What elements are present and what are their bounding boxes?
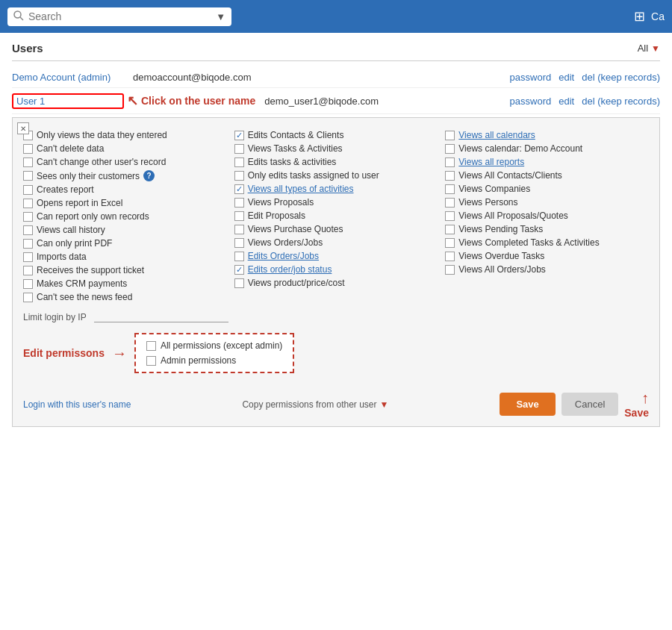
perm-checkbox[interactable] — [445, 184, 455, 194]
perm-checkbox[interactable] — [23, 293, 33, 302]
del-link-user1[interactable]: del (keep records) — [582, 96, 660, 107]
perm-checkbox[interactable] — [445, 265, 455, 275]
main-content: Users All ▼ Demo Account (admin) demoacc… — [0, 33, 672, 436]
arrow-left-icon: ↖ — [127, 93, 138, 109]
perm-checkbox[interactable]: ✓ — [234, 131, 244, 140]
del-link-demo[interactable]: del (keep records) — [582, 72, 660, 83]
perm-label: Views product/price/cost — [248, 278, 345, 288]
perm-label: Receives the support ticket — [37, 265, 144, 275]
perm-checkbox[interactable]: ✓ — [234, 184, 244, 194]
perm-item: Views call history — [23, 223, 227, 237]
panel-close-button[interactable]: ✕ — [17, 122, 29, 134]
perm-label: Can't change other user's record — [37, 157, 166, 167]
perm-checkbox[interactable] — [445, 238, 455, 248]
perm-checkbox[interactable] — [234, 225, 244, 234]
edit-link-user1[interactable]: edit — [559, 96, 574, 107]
perm-checkbox[interactable] — [234, 238, 244, 248]
perm-checkbox[interactable] — [445, 211, 455, 221]
perm-label[interactable]: Edits Orders/Jobs — [248, 251, 319, 261]
special-perm-checkbox[interactable] — [146, 341, 156, 351]
perm-label: Views All Contacts/Clients — [458, 170, 562, 181]
perm-checkbox[interactable]: ✓ — [234, 265, 244, 275]
search-dropdown-arrow[interactable]: ▼ — [216, 11, 225, 22]
user-name-demo[interactable]: Demo Account (admin) — [12, 72, 124, 83]
cancel-button[interactable]: Cancel — [561, 393, 618, 416]
perm-label: Can't see the news feed — [37, 292, 132, 302]
perm-item: Edits Orders/Jobs — [234, 249, 438, 263]
perm-checkbox[interactable] — [23, 212, 33, 222]
perm-checkbox[interactable] — [23, 252, 33, 262]
login-with-username-link[interactable]: Login with this user's name — [23, 399, 131, 410]
save-arrow-icon: ↑ — [641, 390, 649, 407]
perm-checkbox[interactable] — [445, 158, 455, 167]
filter-dropdown-arrow[interactable]: ▼ — [651, 43, 660, 54]
perm-label: Views Pending Tasks — [458, 224, 543, 234]
top-right: ⊞ Ca — [634, 8, 665, 25]
perm-checkbox[interactable] — [23, 239, 33, 249]
save-button[interactable]: Save — [500, 393, 555, 416]
special-perm-item: Admin permissions — [146, 355, 282, 366]
filter-right[interactable]: All ▼ — [638, 43, 660, 54]
copy-perm-group[interactable]: Copy permissions from other user ▼ — [242, 399, 388, 410]
perm-checkbox[interactable] — [23, 158, 33, 167]
perm-checkbox[interactable] — [234, 158, 244, 167]
special-perm-checkbox[interactable] — [146, 356, 156, 366]
perm-checkbox[interactable] — [445, 131, 455, 140]
perm-checkbox[interactable] — [23, 279, 33, 289]
search-box[interactable]: ▼ — [7, 7, 231, 26]
limit-login-label: Limit login by IP — [23, 312, 87, 322]
user-actions-user1[interactable]: password edit del (keep records) — [510, 96, 660, 107]
perm-item: Sees only their customers? — [23, 169, 227, 183]
perm-checkbox[interactable] — [445, 171, 455, 181]
perm-item: Opens report in Excel — [23, 196, 227, 210]
grid-icon[interactable]: ⊞ — [634, 8, 645, 25]
search-input[interactable] — [28, 10, 211, 22]
perm-label[interactable]: Views all calendars — [458, 130, 535, 140]
perm-label[interactable]: Edits order/job status — [248, 264, 332, 275]
perm-label: Only edits tasks assigned to user — [248, 170, 379, 181]
perm-checkbox[interactable] — [23, 199, 33, 208]
perm-checkbox[interactable] — [23, 144, 33, 154]
help-icon[interactable]: ? — [143, 170, 155, 181]
special-perms-box: All permissions (except admin)Admin perm… — [134, 333, 294, 373]
perm-checkbox[interactable] — [23, 266, 33, 275]
perm-label: Views Tasks & Activities — [248, 143, 343, 154]
perm-label: Views Purchase Quotes — [248, 224, 343, 234]
perm-checkbox[interactable] — [445, 225, 455, 234]
perm-checkbox[interactable] — [234, 171, 244, 181]
perm-checkbox[interactable] — [234, 144, 244, 154]
perm-checkbox[interactable] — [234, 198, 244, 208]
perm-checkbox[interactable] — [234, 211, 244, 221]
perm-item: Views Tasks & Activities — [234, 142, 438, 155]
perm-item: Can't see the news feed — [23, 290, 227, 304]
special-perm-item: All permissions (except admin) — [146, 340, 282, 351]
perm-label[interactable]: Views all reports — [458, 157, 524, 167]
perm-checkbox[interactable] — [23, 185, 33, 195]
password-link-user1[interactable]: password — [510, 96, 552, 107]
user-email-demo: demoaccount@biqode.com — [133, 72, 501, 83]
perm-label: Views Completed Tasks & Activities — [458, 237, 599, 248]
copy-perm-dropdown-arrow[interactable]: ▼ — [380, 399, 389, 410]
app-label: Ca — [651, 10, 665, 22]
perm-label: Imports data — [37, 252, 87, 262]
perm-checkbox[interactable] — [445, 198, 455, 208]
perm-checkbox[interactable] — [234, 252, 244, 261]
save-btn-group: Save Cancel ↑ Save — [500, 390, 649, 419]
perm-checkbox[interactable] — [445, 144, 455, 154]
perm-checkbox[interactable] — [23, 225, 33, 235]
user-actions-demo[interactable]: password edit del (keep records) — [510, 72, 660, 83]
perm-checkbox[interactable] — [23, 171, 33, 181]
limit-login-input[interactable] — [94, 311, 228, 322]
perm-label: Only views the data they entered — [37, 130, 167, 140]
permissions-col2: ✓Edits Contacts & ClientsViews Tasks & A… — [234, 128, 438, 304]
edit-link-demo[interactable]: edit — [559, 72, 574, 83]
perm-checkbox[interactable] — [445, 252, 455, 261]
perm-label[interactable]: Views all types of activities — [248, 184, 354, 194]
perm-label: Views Proposals — [248, 197, 314, 208]
perm-item: ✓Edits Contacts & Clients — [234, 128, 438, 142]
user-name-user1[interactable]: User 1 — [12, 93, 124, 109]
perm-item: Views All Orders/Jobs — [445, 263, 649, 276]
password-link-demo[interactable]: password — [510, 72, 552, 83]
perm-checkbox[interactable] — [234, 278, 244, 288]
perm-item: Edit Proposals — [234, 209, 438, 222]
